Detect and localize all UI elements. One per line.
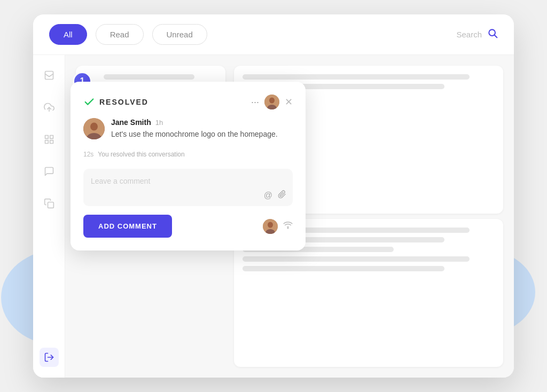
search-icon[interactable] — [487, 28, 498, 41]
filter-read-button[interactable]: Read — [96, 24, 144, 45]
filter-all-button[interactable]: All — [49, 24, 87, 45]
sidebar-grid-icon[interactable] — [40, 130, 59, 149]
content-area: 1 — [33, 55, 514, 378]
add-comment-button[interactable]: ADD COMMENT — [83, 215, 172, 238]
search-placeholder-text: Search — [456, 30, 482, 39]
modal-close-button[interactable]: ✕ — [285, 96, 293, 108]
sidebar-logout-icon[interactable] — [40, 348, 59, 367]
svg-point-19 — [287, 228, 288, 229]
resolved-check-icon — [83, 96, 95, 108]
user-avatar-small — [264, 95, 279, 109]
commenter-name: Jane Smith — [111, 118, 151, 127]
resolved-badge: RESOLVED — [83, 96, 149, 108]
add-comment-row: ADD COMMENT — [83, 215, 293, 238]
placeholder-line-1 — [243, 74, 470, 80]
svg-rect-8 — [48, 202, 53, 208]
svg-line-1 — [495, 35, 497, 38]
main-card: All Read Unread Search — [33, 14, 514, 378]
row-icons — [263, 219, 293, 234]
comment-section: Jane Smith 1h Let's use the monochrome l… — [83, 118, 293, 140]
svg-rect-7 — [50, 140, 53, 144]
modal-header: RESOLVED ··· ✕ — [83, 95, 293, 109]
conv-line-1 — [104, 74, 194, 80]
commenter-avatar-svg — [83, 118, 105, 139]
commenter-avatar — [83, 118, 105, 139]
sidebar-chat-icon[interactable] — [40, 162, 59, 181]
avatar-face-svg — [264, 95, 279, 109]
placeholder-line-6 — [243, 256, 470, 262]
more-options-button[interactable]: ··· — [251, 97, 259, 108]
svg-rect-5 — [50, 136, 53, 139]
sidebar-upload-icon[interactable] — [40, 98, 59, 117]
attachment-icon[interactable] — [278, 190, 286, 201]
filter-unread-button[interactable]: Unread — [152, 24, 207, 45]
placeholder-line-7 — [243, 266, 444, 271]
comment-input-actions: @ — [264, 190, 286, 201]
mention-icon[interactable]: @ — [264, 191, 272, 200]
comment-input-area[interactable]: Leave a comment @ — [83, 169, 293, 206]
wifi-icon — [283, 220, 293, 232]
bottom-user-avatar — [263, 219, 278, 234]
comment-meta: Jane Smith 1h — [111, 118, 293, 127]
svg-point-17 — [268, 222, 273, 228]
modal-actions: ··· ✕ — [251, 95, 293, 109]
comment-body: Jane Smith 1h Let's use the monochrome l… — [111, 118, 293, 140]
sidebar-copy-icon[interactable] — [40, 194, 59, 213]
comment-time: 1h — [155, 119, 163, 127]
resolution-message: You resolved this conversation — [98, 151, 184, 158]
sidebar-inbox-icon[interactable] — [40, 66, 59, 85]
bottom-avatar-svg — [263, 219, 278, 234]
search-area: Search — [456, 28, 498, 41]
svg-rect-4 — [45, 136, 48, 139]
svg-rect-6 — [45, 140, 48, 144]
sidebar-bottom — [40, 348, 59, 367]
comment-input-placeholder: Leave a comment — [91, 177, 150, 185]
top-bar: All Read Unread Search — [33, 14, 514, 55]
resolved-text: RESOLVED — [99, 98, 149, 106]
resolution-time: 12s — [83, 151, 93, 158]
resolution-notice: 12s You resolved this conversation — [83, 148, 293, 160]
svg-point-14 — [90, 123, 98, 131]
sidebar — [33, 55, 65, 378]
comment-text: Let's use the monochrome logo on the hom… — [111, 129, 293, 140]
resolved-modal: RESOLVED ··· ✕ — [71, 82, 306, 250]
svg-point-11 — [269, 98, 275, 104]
